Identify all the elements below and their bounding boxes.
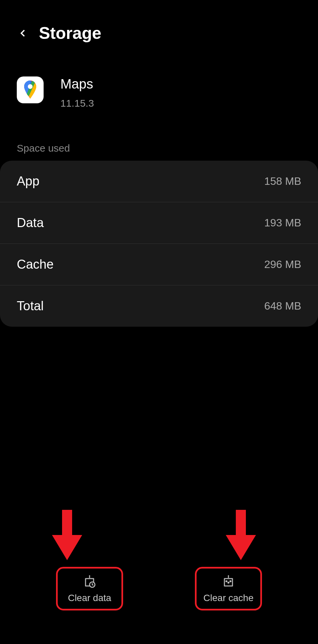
app-info: Maps 11.15.3 (0, 56, 318, 122)
clear-cache-label: Clear cache (203, 593, 253, 603)
storage-value: 158 MB (264, 175, 301, 187)
back-icon[interactable] (17, 27, 29, 39)
annotation-arrow-left (49, 510, 86, 560)
storage-label: Data (17, 216, 44, 230)
svg-point-14 (226, 581, 227, 582)
storage-label: Total (17, 299, 44, 313)
svg-line-9 (92, 585, 93, 585)
clear-data-button[interactable]: Clear data (56, 567, 123, 610)
app-name: Maps (60, 76, 94, 92)
storage-value: 193 MB (264, 217, 301, 229)
section-label: Space used (0, 122, 318, 161)
storage-row-cache: Cache 296 MB (0, 244, 318, 285)
storage-value: 296 MB (264, 258, 301, 271)
storage-card: App 158 MB Data 193 MB Cache 296 MB Tota… (0, 161, 318, 327)
storage-label: Cache (17, 257, 54, 272)
clear-cache-icon (221, 574, 236, 589)
svg-point-15 (228, 582, 229, 583)
storage-value: 648 MB (264, 300, 301, 312)
bottom-bar: Clear data Clear cache (0, 567, 318, 610)
storage-row-data: Data 193 MB (0, 202, 318, 244)
svg-marker-3 (52, 535, 82, 560)
svg-marker-5 (226, 535, 256, 560)
svg-point-16 (230, 581, 231, 582)
storage-label: App (17, 174, 40, 189)
storage-row-total: Total 648 MB (0, 285, 318, 327)
clear-data-icon (82, 574, 97, 589)
svg-rect-4 (236, 510, 246, 537)
maps-pin-icon (22, 80, 39, 100)
app-icon (17, 76, 44, 103)
clear-data-label: Clear data (68, 593, 111, 603)
clear-cache-button[interactable]: Clear cache (195, 567, 262, 610)
svg-rect-2 (62, 510, 72, 537)
header: Storage (0, 0, 318, 56)
svg-point-0 (28, 84, 33, 89)
storage-row-app: App 158 MB (0, 161, 318, 202)
page-title: Storage (39, 23, 101, 43)
app-version: 11.15.3 (60, 98, 94, 109)
app-details: Maps 11.15.3 (60, 76, 94, 109)
annotation-arrow-right (222, 510, 259, 560)
